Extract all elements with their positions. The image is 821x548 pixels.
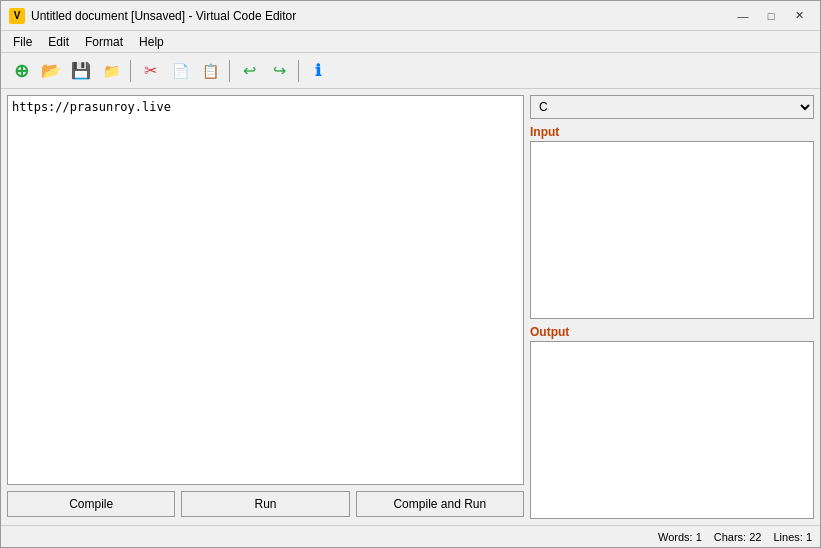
editor-panel: Compile Run Compile and Run [1, 89, 530, 525]
menu-edit[interactable]: Edit [40, 33, 77, 51]
output-textarea[interactable] [530, 341, 814, 519]
redo-button[interactable]: ↪ [265, 58, 293, 84]
right-panel: C C++ Java Python JavaScript Input Outpu… [530, 89, 820, 525]
compile-button[interactable]: Compile [7, 491, 175, 517]
paste-button[interactable]: 📋 [196, 58, 224, 84]
status-bar: Words: 1 Chars: 22 Lines: 1 [1, 525, 820, 547]
saveas-button[interactable]: 📁 [97, 58, 125, 84]
paste-icon: 📋 [202, 63, 219, 79]
toolbar-separator-1 [130, 60, 131, 82]
open-button[interactable]: 📂 [37, 58, 65, 84]
redo-icon: ↪ [273, 61, 286, 80]
run-button[interactable]: Run [181, 491, 349, 517]
new-icon: ⊕ [14, 60, 29, 82]
undo-button[interactable]: ↩ [235, 58, 263, 84]
new-button[interactable]: ⊕ [7, 58, 35, 84]
editor-buttons: Compile Run Compile and Run [7, 491, 524, 519]
language-selector[interactable]: C C++ Java Python JavaScript [530, 95, 814, 119]
info-icon: ℹ [315, 61, 321, 80]
menu-format[interactable]: Format [77, 33, 131, 51]
title-bar-left: V Untitled document [Unsaved] - Virtual … [9, 8, 296, 24]
input-section: Input [530, 123, 814, 319]
app-logo-icon: V [9, 8, 25, 24]
output-section: Output [530, 323, 814, 519]
undo-icon: ↩ [243, 61, 256, 80]
input-label: Input [530, 123, 814, 141]
toolbar: ⊕ 📂 💾 📁 ✂ 📄 📋 ↩ ↪ ℹ [1, 53, 820, 89]
copy-button[interactable]: 📄 [166, 58, 194, 84]
menu-file[interactable]: File [5, 33, 40, 51]
save-button[interactable]: 💾 [67, 58, 95, 84]
line-count: Lines: 1 [773, 531, 812, 543]
title-bar: V Untitled document [Unsaved] - Virtual … [1, 1, 820, 31]
menu-help[interactable]: Help [131, 33, 172, 51]
compile-run-button[interactable]: Compile and Run [356, 491, 524, 517]
menu-bar: File Edit Format Help [1, 31, 820, 53]
toolbar-separator-3 [298, 60, 299, 82]
window-title: Untitled document [Unsaved] - Virtual Co… [31, 9, 296, 23]
title-bar-controls: — □ ✕ [730, 6, 812, 26]
word-count: Words: 1 [658, 531, 702, 543]
cut-button[interactable]: ✂ [136, 58, 164, 84]
toolbar-separator-2 [229, 60, 230, 82]
main-window: V Untitled document [Unsaved] - Virtual … [0, 0, 821, 548]
minimize-button[interactable]: — [730, 6, 756, 26]
output-label: Output [530, 323, 814, 341]
info-button[interactable]: ℹ [304, 58, 332, 84]
cut-icon: ✂ [144, 61, 157, 80]
open-icon: 📂 [41, 61, 61, 80]
main-content: Compile Run Compile and Run C C++ Java P… [1, 89, 820, 525]
input-textarea[interactable] [530, 141, 814, 319]
close-button[interactable]: ✕ [786, 6, 812, 26]
char-count: Chars: 22 [714, 531, 762, 543]
code-editor[interactable] [7, 95, 524, 485]
maximize-button[interactable]: □ [758, 6, 784, 26]
save-icon: 💾 [71, 61, 91, 80]
copy-icon: 📄 [172, 63, 189, 79]
saveas-icon: 📁 [103, 63, 120, 79]
